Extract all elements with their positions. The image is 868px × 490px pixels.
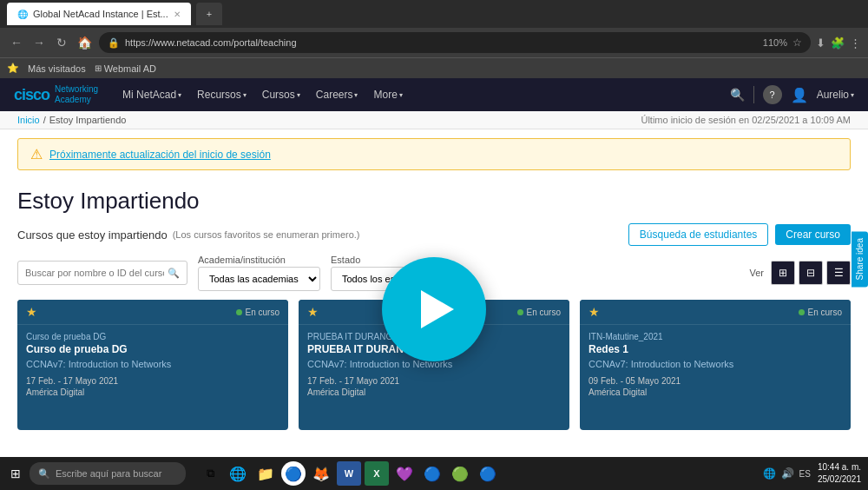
list-view-button[interactable]: ☰ (826, 261, 851, 285)
star-icon[interactable]: ★ (589, 305, 600, 319)
card-dates: 09 Feb. - 05 Mayo 2021 (589, 376, 842, 386)
star-icon[interactable]: ★ (26, 305, 37, 319)
help-button[interactable]: ? (763, 85, 782, 104)
cisco-logo: cisco Networking Academy (14, 84, 98, 105)
card-academy: Curso de prueba DG (26, 332, 279, 341)
profile-icon[interactable]: 👤 (791, 87, 808, 103)
zoom-level: 110% (763, 37, 787, 48)
tab-close-btn[interactable]: ✕ (174, 10, 181, 19)
active-tab[interactable]: 🌐 Global NetAcad Instance | Est... ✕ (7, 3, 191, 25)
file-explorer-icon[interactable]: 📁 (253, 461, 278, 486)
teams-icon[interactable]: 💜 (392, 461, 417, 486)
card-course-name: PRUEBA IT DURANGO (307, 343, 561, 355)
app-icon-10[interactable]: 🔵 (476, 461, 500, 486)
user-name[interactable]: Aurelio ▾ (817, 89, 854, 101)
breadcrumb-home[interactable]: Inicio (17, 115, 40, 125)
clock-date: 25/02/2021 (818, 473, 861, 486)
create-course-button[interactable]: Crear curso (775, 224, 851, 245)
nav-more[interactable]: More ▾ (366, 85, 409, 104)
task-view-button[interactable]: ⧉ (198, 461, 222, 486)
alert-link[interactable]: Próximamente actualización del inicio de… (49, 149, 271, 161)
home-button[interactable]: 🏠 (75, 33, 94, 52)
course-card[interactable]: ★ En curso ITN-Matutine_2021 Redes 1 CCN… (580, 300, 851, 430)
chrome-icon[interactable]: 🔵 (281, 461, 306, 486)
nav-recursos[interactable]: Recursos ▾ (190, 85, 253, 104)
status-dot (799, 309, 805, 315)
grid-view-button[interactable]: ⊞ (771, 261, 795, 285)
grid-icon: ⊞ (95, 63, 102, 73)
search-icon[interactable]: 🔍 (730, 88, 745, 102)
address-bar[interactable]: 🔒 https://www.netacad.com/portal/teachin… (99, 32, 811, 53)
site-wrapper: cisco Networking Academy Mi NetAcad ▾ Re… (0, 78, 868, 457)
windows-start-button[interactable]: ⊞ (7, 463, 24, 484)
nav-mi-netacad[interactable]: Mi NetAcad ▾ (115, 85, 188, 104)
bookmark-visitados[interactable]: Más visitados (28, 63, 86, 74)
card-icon: ⊟ (806, 267, 815, 279)
card-body: ITN-Matutine_2021 Redes 1 CCNAv7: Introd… (580, 325, 851, 404)
card-academy: PRUEBA IT DURANGO (307, 332, 561, 341)
breadcrumb: Inicio / Estoy Impartiendo (17, 115, 126, 125)
nav-links: Mi NetAcad ▾ Recursos ▾ Cursos ▾ Careers… (115, 85, 713, 104)
card-location: América Digital (307, 387, 561, 397)
browser-nav-buttons: ← → ↻ 🏠 (7, 33, 94, 52)
app-icon-9[interactable]: 🟢 (448, 461, 472, 486)
menu-icon[interactable]: ⋮ (850, 36, 861, 50)
bookmark-webmail[interactable]: ⊞ Webmail AD (95, 63, 156, 74)
status-select[interactable]: Todos los estados (331, 267, 444, 291)
star-icon[interactable]: ★ (307, 305, 319, 319)
list-icon: ☰ (834, 267, 844, 279)
browser-toolbar: ← → ↻ 🏠 🔒 https://www.netacad.com/portal… (0, 28, 868, 57)
course-search-input[interactable] (25, 268, 164, 278)
excel-icon[interactable]: X (365, 461, 389, 486)
nav-careers[interactable]: Careers ▾ (309, 85, 365, 104)
forward-button[interactable]: → (30, 33, 49, 52)
volume-icon[interactable]: 🔊 (781, 467, 794, 480)
share-idea-button[interactable]: Share idea (852, 231, 868, 287)
courses-header: Cursos que estoy impartiendo (Los cursos… (17, 223, 851, 246)
course-search-input-wrapper[interactable]: 🔍 (17, 261, 187, 285)
card-view-button[interactable]: ⊟ (799, 261, 823, 285)
academy-select[interactable]: Todas las academias (198, 267, 320, 291)
breadcrumb-current: Estoy Impartiendo (49, 115, 127, 125)
card-body: PRUEBA IT DURANGO PRUEBA IT DURANGO CCNA… (299, 325, 569, 404)
course-card[interactable]: ★ En curso Curso de prueba DG Curso de p… (17, 300, 288, 430)
system-clock[interactable]: 10:44 a. m. 25/02/2021 (818, 461, 861, 486)
network-icon[interactable]: 🌐 (763, 467, 776, 480)
edge-icon[interactable]: 🌐 (226, 461, 250, 486)
new-tab-btn[interactable]: + (196, 3, 222, 25)
download-icon[interactable]: ⬇ (816, 36, 825, 50)
grid-icon: ⊞ (779, 267, 787, 279)
search-students-button[interactable]: Búsqueda de estudiantes (628, 223, 768, 246)
card-location: América Digital (26, 387, 279, 397)
card-dates: 17 Feb. - 17 Mayo 2021 (26, 376, 279, 386)
back-button[interactable]: ← (7, 33, 26, 52)
taskbar-apps: ⧉ 🌐 📁 🔵 🦊 W X 💜 🔵 🟢 🔵 (198, 461, 500, 486)
refresh-button[interactable]: ↻ (52, 33, 71, 52)
extensions-icon[interactable]: 🧩 (831, 36, 845, 50)
filter-academy-group: Academia/institución Todas las academias (198, 255, 320, 291)
word-icon[interactable]: W (337, 461, 361, 486)
card-course-name: Redes 1 (589, 343, 842, 355)
lang-indicator: ES (799, 469, 811, 479)
chevron-down-icon: ▾ (297, 91, 300, 99)
card-dates: 17 Feb. - 17 Mayo 2021 (307, 376, 561, 386)
search-icon: 🔍 (38, 468, 50, 480)
new-tab-icon: + (207, 9, 212, 19)
card-course-type: CCNAv7: Introduction to Networks (307, 359, 561, 369)
last-login-text: Último inicio de sesión en 02/25/2021 a … (641, 115, 851, 125)
page-title: Estoy Impartiendo (17, 188, 851, 215)
taskbar-right: 🌐 🔊 ES 10:44 a. m. 25/02/2021 (763, 461, 861, 486)
star-bookmark-icon[interactable]: ☆ (792, 36, 802, 49)
card-header: ★ En curso (580, 300, 851, 325)
nav-cursos[interactable]: Cursos ▾ (255, 85, 307, 104)
firefox-icon[interactable]: 🦊 (309, 461, 333, 486)
tab-favicon: 🌐 (17, 10, 28, 19)
breadcrumb-bar: Inicio / Estoy Impartiendo Último inicio… (0, 111, 868, 129)
taskbar-search[interactable]: 🔍 Escribe aquí para buscar (30, 462, 186, 485)
course-card[interactable]: ★ En curso PRUEBA IT DURANGO PRUEBA IT D… (299, 300, 569, 430)
app-icon-8[interactable]: 🔵 (420, 461, 444, 486)
status-badge: En curso (236, 308, 279, 317)
card-location: América Digital (589, 387, 842, 397)
courses-actions: Búsqueda de estudiantes Crear curso (628, 223, 851, 246)
search-icon: 🔍 (168, 268, 180, 279)
